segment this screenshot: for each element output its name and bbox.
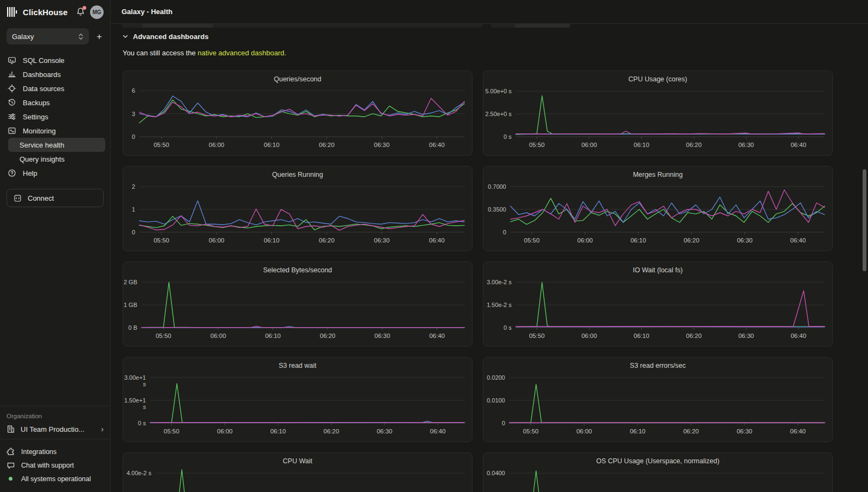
series-line-replica-magenta (142, 327, 464, 328)
puzzle-icon (7, 448, 15, 456)
y-axis-tick-label: 0 B (123, 324, 137, 331)
clickhouse-logo-icon (7, 7, 18, 17)
connect-button[interactable]: Connect (7, 189, 104, 207)
chart-plot-area[interactable] (142, 274, 464, 328)
service-selector[interactable]: Galaxy (7, 28, 89, 44)
x-axis-tick-label: 06:00 (199, 237, 234, 244)
advanced-dashboards-toggle[interactable]: Advanced dashboards (123, 31, 868, 42)
y-axis-tick-label: 0 s (483, 133, 512, 140)
selector-updown-icon (78, 33, 84, 40)
sidebar-item-dashboards[interactable]: Dashboards (0, 67, 110, 81)
x-axis-tick-label: 06:30 (729, 142, 763, 148)
x-axis-tick-label: 06:40 (781, 142, 816, 148)
status-ok-dot (9, 477, 12, 481)
native-dashboard-link[interactable]: native advanced dashboard. (197, 49, 286, 57)
x-axis-tick-label: 05:50 (520, 142, 554, 148)
y-axis-tick-label: 0.0200 (483, 374, 505, 381)
x-axis-tick-label: 06:20 (676, 142, 711, 148)
section-title: Advanced dashboards (133, 33, 208, 41)
chart-panel-cpu-usage[interactable]: CPU Usage (cores) 0 s2.50e+0 s5.00e+0 s0… (483, 71, 833, 156)
chart-panel-s3-read-errors[interactable]: S3 read errors/sec 00.01000.020005:5006:… (483, 357, 833, 442)
sidebar-item-backups[interactable]: Backups (0, 95, 110, 110)
x-axis-tick-label: 06:20 (674, 237, 709, 244)
y-axis-tick-label: 3.00e+1 s (123, 374, 146, 387)
x-axis-tick-label: 06:20 (674, 428, 709, 435)
chart-panel-selected-bytes[interactable]: Selected Bytes/second 0 B1 GB2 GB05:5006… (123, 261, 473, 347)
x-axis-tick-label: 05:50 (144, 237, 179, 244)
chart-plot-area[interactable] (509, 369, 825, 423)
y-axis-tick-label: 0 s (123, 420, 146, 426)
series-line-replica-magenta (510, 190, 825, 226)
x-axis-tick-label: 06:00 (567, 237, 602, 244)
y-axis-tick-label: 5.00e+0 s (483, 88, 512, 94)
x-axis-tick-label: 06:30 (365, 333, 400, 339)
avatar[interactable]: MG (90, 5, 104, 19)
app-title[interactable]: ClickHouse (23, 8, 68, 17)
y-axis-tick-label: 2.50e+0 s (483, 111, 512, 117)
chat-bubble-icon (7, 461, 15, 470)
y-axis-tick-label: 0.3500 (483, 206, 506, 213)
x-axis-tick-label: 06:30 (727, 428, 762, 435)
sidebar-item-chat-support[interactable]: Chat with support (7, 458, 104, 472)
restore-clock-icon (8, 98, 16, 107)
chart-plot-area[interactable] (510, 178, 825, 232)
system-status-link[interactable]: All systems operational (7, 472, 104, 485)
sidebar-item-query-insights[interactable]: Query insights (8, 152, 105, 166)
sidebar-item-settings[interactable]: Settings (0, 110, 110, 124)
chart-panel-queries-running[interactable]: Queries Running 01205:5006:0006:1006:200… (123, 166, 473, 251)
sidebar-item-integrations[interactable]: Integrations (7, 445, 104, 458)
chart-plot-area[interactable] (139, 83, 464, 137)
chart-panel-merges-running[interactable]: Merges Running 00.35000.700005:5006:0006… (483, 166, 833, 251)
help-question-icon (8, 169, 16, 177)
chart-plot-area[interactable] (150, 369, 464, 423)
x-axis-tick-label: 05:50 (513, 428, 548, 435)
series-line-replica-magenta (139, 98, 464, 117)
chart-plot-area[interactable] (139, 178, 464, 232)
x-axis-tick-label: 05:50 (154, 428, 189, 435)
chart-plot-area[interactable] (509, 465, 825, 492)
sidebar-item-monitoring[interactable]: Monitoring (0, 124, 110, 138)
chevron-down-icon (123, 35, 128, 39)
add-service-button[interactable]: + (94, 31, 104, 42)
chart-plot-area[interactable] (156, 465, 464, 492)
x-axis-tick-label: 06:20 (309, 142, 344, 148)
y-axis-tick-label: 0 s (483, 324, 512, 331)
chart-panel-s3-read-wait[interactable]: S3 read wait 0 s1.50e+1 s3.00e+1 s05:500… (123, 357, 473, 442)
y-axis-tick-label: 0 (483, 229, 506, 235)
organization-switcher[interactable]: UI Team Productio... › (7, 425, 104, 433)
monitoring-wave-icon (8, 126, 16, 135)
x-axis-tick-label: 05:50 (144, 142, 179, 148)
x-axis-tick-label: 05:50 (520, 333, 554, 339)
scrollbar-thumb[interactable] (863, 169, 866, 271)
chart-plot-area[interactable] (516, 83, 825, 137)
y-axis-tick-label: 0 (123, 133, 135, 140)
y-axis-tick-label: 3 (123, 111, 135, 117)
chart-plot-area[interactable] (516, 274, 825, 328)
y-axis-tick-label: 0 (483, 420, 505, 426)
x-axis-tick-label: 06:10 (621, 237, 656, 244)
chart-panel-io-wait[interactable]: IO Wait (local fs) 0 s1.50e-2 s3.00e-2 s… (483, 261, 833, 347)
notifications-bell-icon[interactable] (76, 7, 86, 17)
sidebar-item-service-health[interactable]: Service health (8, 138, 105, 152)
chart-panel-os-cpu-usage[interactable]: OS CPU Usage (Userspace, normalized) 0.0… (483, 452, 833, 492)
series-line-replica-magenta (139, 209, 464, 230)
notification-dot (82, 6, 86, 10)
x-axis-tick-label: 06:00 (207, 428, 242, 435)
y-axis-tick-label: 1 (123, 206, 135, 213)
connect-icon (14, 194, 22, 202)
sidebar-item-data-sources[interactable]: Data sources (0, 81, 110, 95)
chart-panel-queries-per-second[interactable]: Queries/second 03605:5006:0006:1006:2006… (123, 71, 473, 156)
chart-title: Queries/second (123, 75, 472, 83)
chart-title: Selected Bytes/second (123, 266, 472, 274)
y-axis-tick-label: 0.0100 (483, 397, 505, 404)
y-axis-tick-label: 1.50e+1 s (123, 397, 146, 410)
x-axis-tick-label: 06:40 (419, 142, 454, 148)
sidebar-item-help[interactable]: Help (0, 166, 110, 180)
x-axis-tick-label: 06:00 (567, 428, 602, 435)
chart-title: Merges Running (483, 171, 832, 178)
y-axis-tick-label: 3.00e-2 s (483, 279, 512, 285)
notice-text: You can still access the native advanced… (123, 49, 868, 57)
sidebar-item-sql-console[interactable]: SQL Console (0, 53, 110, 67)
page-title: Galaxy - Health (122, 8, 173, 16)
chart-panel-cpu-wait[interactable]: CPU Wait 4.00e-2 s05:5006:0006:1006:2006… (123, 452, 473, 492)
